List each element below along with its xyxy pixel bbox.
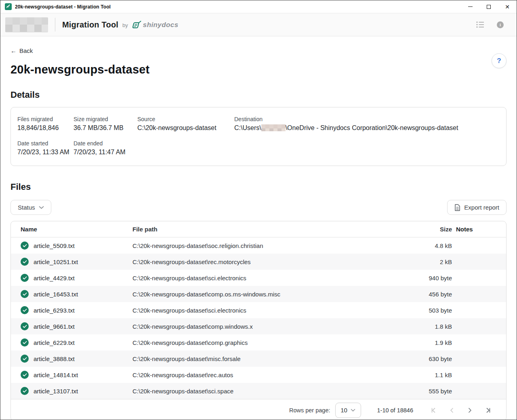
file-size-cell: 1.8 kB [407,323,456,330]
file-name-cell: article_6229.txt [21,338,132,346]
file-size-cell: 1.1 kB [407,372,456,378]
username-redacted [261,124,286,131]
file-name-cell: article_5509.txt [21,242,132,250]
maximize-button[interactable] [479,0,498,13]
file-name: article_6293.txt [34,307,75,314]
file-size-cell: 555 byte [407,388,456,395]
field-label: Date ended [74,140,137,147]
files-heading: Files [11,182,506,192]
table-body: article_5509.txtC:\20k-newsgroups-datase… [11,237,506,399]
field-files-migrated: Files migrated 18,846/18,846 [17,116,74,132]
success-check-icon [21,371,29,379]
back-arrow-icon: ← [11,47,17,54]
file-name: article_13107.txt [34,388,78,395]
file-path-cell: C:\20k-newsgroups-dataset\sci.space [132,388,407,395]
minimize-icon [468,6,473,7]
close-icon: ✕ [505,4,510,10]
file-path-cell: C:\20k-newsgroups-dataset\sci.electronic… [132,307,407,314]
first-page-icon [431,407,437,413]
file-path-cell: C:\20k-newsgroups-dataset\sci.electronic… [132,275,407,281]
back-label: Back [19,47,33,54]
success-check-icon [21,306,29,314]
close-button[interactable]: ✕ [498,0,517,13]
destination-suffix: \OneDrive - Shinydocs Corporation\20k-ne… [286,124,458,131]
column-header-notes: Notes [456,226,496,233]
file-path-cell: C:\20k-newsgroups-dataset\misc.forsale [132,355,407,362]
success-check-icon [21,387,29,395]
field-value: 7/20/23, 11:33 AM [17,149,74,156]
file-size-cell: 630 byte [407,355,456,362]
table-row: article_16453.txtC:\20k-newsgroups-datas… [11,286,506,302]
table-row: article_3888.txtC:\20k-newsgroups-datase… [11,351,506,367]
file-size-cell: 4.8 kB [407,242,456,249]
rows-per-page-label: Rows per page: [289,407,330,414]
title-bar: 20k-newsgroups-dataset - Migration Tool … [0,0,517,13]
rows-per-page-value: 10 [340,407,347,414]
info-button[interactable]: i [497,21,504,28]
file-name-cell: article_16453.txt [21,290,132,298]
file-size-cell: 456 byte [407,291,456,298]
help-button[interactable]: ? [492,53,506,68]
maximize-icon [487,5,491,9]
destination-prefix: C:\Users\ [234,124,261,131]
field-value: C:\20k-newsgroups-dataset [137,124,234,132]
field-label: Date started [17,140,74,147]
table-header-row: Name File path Size Notes [11,221,506,237]
file-name-cell: article_6293.txt [21,306,132,314]
document-icon [454,204,460,211]
table-row: article_13107.txtC:\20k-newsgroups-datas… [11,383,506,399]
file-path-cell: C:\20k-newsgroups-dataset\rec.motorcycle… [132,258,407,265]
success-check-icon [21,290,29,298]
chevron-left-icon [450,407,454,413]
details-heading: Details [11,90,506,100]
chevron-down-icon [39,206,44,209]
table-row: article_14814.txtC:\20k-newsgroups-datas… [11,367,506,383]
field-label: Source [137,116,234,122]
field-value: 18,846/18,846 [17,124,74,132]
window-controls: ✕ [461,0,517,13]
success-check-icon [21,355,29,363]
status-filter-dropdown[interactable]: Status [11,200,51,215]
file-name: article_6229.txt [34,339,75,346]
activity-list-button[interactable] [476,21,485,28]
file-name-cell: article_14814.txt [21,371,132,379]
shinydocs-brand: shinydocs [132,21,179,29]
page-title: 20k-newsgroups-dataset [11,63,506,76]
field-source: Source C:\20k-newsgroups-dataset [137,116,234,132]
file-size-cell: 503 byte [407,307,456,314]
table-row: article_5509.txtC:\20k-newsgroups-datase… [11,237,506,254]
file-name: article_5509.txt [34,242,75,249]
table-row: article_6229.txtC:\20k-newsgroups-datase… [11,334,506,351]
success-check-icon [21,258,29,266]
file-path-cell: C:\20k-newsgroups-dataset\comp.windows.x [132,323,407,330]
file-path-cell: C:\20k-newsgroups-dataset\rec.autos [132,372,407,378]
app-window: 20k-newsgroups-dataset - Migration Tool … [0,0,517,420]
field-value: 7/20/23, 11:47 AM [74,149,137,156]
app-header: Migration Tool by shinydocs i [0,13,517,36]
activity-list-icon [476,21,485,28]
table-row: article_10251.txtC:\20k-newsgroups-datas… [11,254,506,270]
table-row: article_4429.txtC:\20k-newsgroups-datase… [11,270,506,286]
success-check-icon [21,338,29,346]
rows-per-page-select[interactable]: 10 [335,403,361,418]
next-page-button[interactable] [467,407,473,414]
by-label: by [122,22,128,28]
app-icon [5,3,12,10]
field-label: Files migrated [17,116,74,122]
field-destination: Destination C:\Users\\OneDrive - Shinydo… [234,116,500,132]
details-card: Files migrated 18,846/18,846 Size migrat… [11,107,506,166]
pager-buttons [430,407,492,414]
file-name-cell: article_10251.txt [21,258,132,266]
last-page-button[interactable] [485,407,492,414]
export-report-button[interactable]: Export report [447,200,506,215]
file-name-cell: article_9661.txt [21,322,132,330]
files-controls: Status Export report [11,200,506,215]
field-label: Size migrated [74,116,137,122]
column-header-path: File path [132,226,407,233]
back-link[interactable]: ←Back [11,47,33,54]
minimize-button[interactable] [461,0,479,13]
previous-page-button[interactable] [448,407,455,414]
success-check-icon [21,322,29,330]
first-page-button[interactable] [430,407,437,414]
last-page-icon [485,407,491,413]
